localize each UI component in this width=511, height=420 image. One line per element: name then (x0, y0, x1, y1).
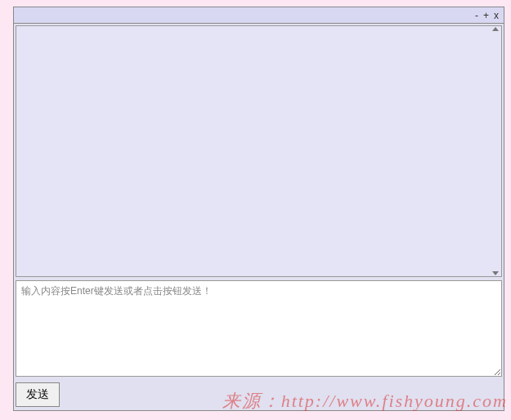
message-display-area[interactable] (16, 25, 502, 277)
message-input[interactable] (16, 280, 502, 377)
scroll-up-icon[interactable] (492, 27, 499, 31)
minimize-button[interactable]: - (473, 11, 480, 20)
titlebar: - + x (14, 7, 504, 24)
maximize-button[interactable]: + (482, 11, 491, 20)
scroll-down-icon[interactable] (492, 271, 499, 275)
send-button[interactable]: 发送 (16, 382, 60, 407)
close-button[interactable]: x (492, 11, 500, 20)
chat-window: - + x 发送 (13, 7, 504, 411)
